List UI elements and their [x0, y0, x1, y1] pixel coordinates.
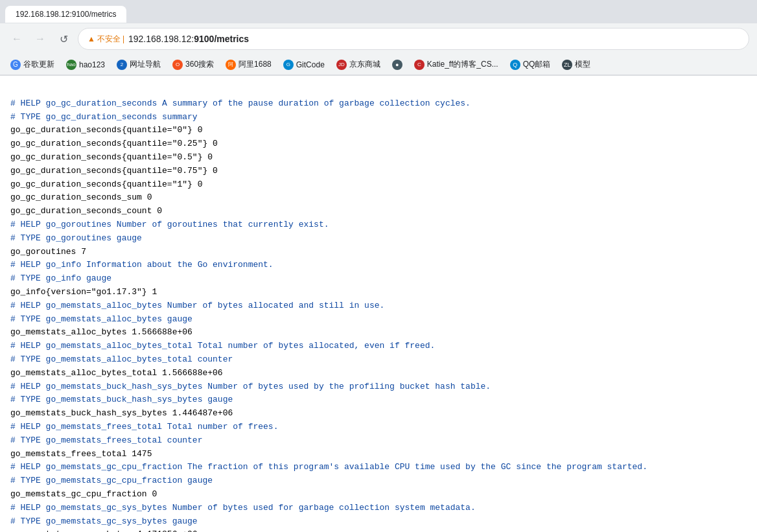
content-line-15: # HELP go_memstats_alloc_bytes Number of…	[10, 299, 747, 313]
content-line-30: # HELP go_memstats_gc_sys_bytes Number o…	[10, 502, 747, 515]
bookmark-label-0: 谷歌更新	[23, 59, 54, 70]
security-label: 不安全	[97, 34, 121, 45]
reload-button[interactable]: ↺	[54, 30, 73, 48]
content-line-8: go_gc_duration_seconds_count 0	[10, 205, 747, 218]
content-line-10: # TYPE go_goroutines gauge	[10, 232, 747, 246]
content-line-17: go_memstats_alloc_bytes 1.566688e+06	[10, 326, 747, 340]
content-line-28: # TYPE go_memstats_gc_cpu_fraction gauge	[10, 474, 747, 488]
bookmark-icon-5: G	[283, 60, 294, 70]
bookmark-item-3[interactable]: O360搜索	[167, 57, 219, 72]
content-line-3: go_gc_duration_seconds{quantile="0.25"} …	[10, 137, 747, 151]
content-line-21: # HELP go_memstats_buck_hash_sys_bytes N…	[10, 380, 747, 394]
metrics-content: # HELP go_gc_duration_seconds A summary …	[0, 76, 757, 532]
bookmark-item-10[interactable]: ZL模型	[557, 57, 596, 72]
bookmark-icon-3: O	[172, 60, 183, 70]
bookmark-icon-4: 阿	[226, 60, 236, 70]
bookmark-item-2[interactable]: 2网址导航	[111, 57, 166, 72]
back-button[interactable]: ←	[8, 30, 26, 48]
content-line-9: # HELP go_goroutines Number of goroutine…	[10, 218, 747, 232]
bookmark-icon-1: hao	[66, 60, 76, 70]
nav-bar: ← → ↺ ▲ 不安全 | 192.168.198.12:9100/metric…	[0, 23, 757, 54]
content-line-22: # TYPE go_memstats_buck_hash_sys_bytes g…	[10, 393, 747, 407]
content-line-6: go_gc_duration_seconds{quantile="1"} 0	[10, 178, 747, 192]
tab-bar: 192.168.198.12:9100/metrics	[0, 0, 757, 23]
bookmark-label-4: 阿里1688	[239, 59, 272, 70]
bookmark-label-6: 京东商城	[349, 59, 380, 70]
separator: |	[122, 34, 124, 43]
content-line-4: go_gc_duration_seconds{quantile="0.5"} 0	[10, 151, 747, 165]
content-line-12: # HELP go_info Information about the Go …	[10, 259, 747, 272]
bookmark-item-6[interactable]: JD京东商城	[331, 57, 386, 72]
bookmark-item-8[interactable]: CKatie_ff的博客_CS...	[409, 57, 504, 72]
active-tab[interactable]: 192.168.198.12:9100/metrics	[5, 6, 126, 23]
bookmark-item-5[interactable]: GGitCode	[278, 58, 330, 72]
bookmark-label-2: 网址导航	[130, 59, 161, 70]
url-host: 192.168.198.12:	[128, 34, 194, 44]
content-line-16: # TYPE go_memstats_alloc_bytes gauge	[10, 313, 747, 327]
bookmark-label-9: QQ邮箱	[523, 59, 551, 70]
content-line-13: # TYPE go_info gauge	[10, 272, 747, 286]
bookmarks-bar: G谷歌更新haohao1232网址导航O360搜索阿阿里1688GGitCode…	[0, 54, 757, 75]
content-line-27: # HELP go_memstats_gc_cpu_fraction The f…	[10, 461, 747, 474]
bookmark-item-9[interactable]: QQQ邮箱	[505, 57, 556, 72]
bookmark-icon-0: G	[10, 60, 21, 70]
content-line-24: # HELP go_memstats_frees_total Total num…	[10, 421, 747, 434]
bookmark-item-7[interactable]: ●	[387, 58, 408, 72]
content-line-1: # TYPE go_gc_duration_seconds summary	[10, 111, 747, 124]
address-bar[interactable]: ▲ 不安全 | 192.168.198.12:9100/metrics	[78, 28, 749, 50]
content-line-26: go_memstats_frees_total 1475	[10, 448, 747, 461]
browser-chrome: 192.168.198.12:9100/metrics ← → ↺ ▲ 不安全 …	[0, 0, 757, 76]
bookmark-item-1[interactable]: haohao123	[61, 58, 110, 72]
bookmark-label-1: hao123	[79, 60, 105, 69]
bookmark-label-10: 模型	[575, 59, 590, 70]
content-line-11: go_goroutines 7	[10, 246, 747, 259]
content-line-2: go_gc_duration_seconds{quantile="0"} 0	[10, 124, 747, 137]
forward-button[interactable]: →	[31, 30, 49, 48]
content-line-19: # TYPE go_memstats_alloc_bytes_total cou…	[10, 353, 747, 367]
warning-icon: ▲	[87, 34, 95, 43]
content-line-14: go_info{version="go1.17.3"} 1	[10, 286, 747, 299]
content-line-5: go_gc_duration_seconds{quantile="0.75"} …	[10, 165, 747, 178]
url-display: 192.168.198.12:9100/metrics	[128, 34, 249, 44]
bookmark-item-4[interactable]: 阿阿里1688	[220, 57, 277, 72]
security-warning: ▲ 不安全 |	[87, 34, 124, 45]
content-line-0: # HELP go_gc_duration_seconds A summary …	[10, 97, 747, 111]
content-line-31: # TYPE go_memstats_gc_sys_bytes gauge	[10, 515, 747, 529]
bookmark-icon-2: 2	[117, 60, 127, 70]
content-line-23: go_memstats_buck_hash_sys_bytes 1.446487…	[10, 407, 747, 421]
content-line-18: # HELP go_memstats_alloc_bytes_total Tot…	[10, 340, 747, 353]
content-line-7: go_gc_duration_seconds_sum 0	[10, 191, 747, 205]
bookmark-icon-9: Q	[510, 60, 520, 70]
content-line-20: go_memstats_alloc_bytes_total 1.566688e+…	[10, 367, 747, 380]
bookmark-item-0[interactable]: G谷歌更新	[5, 57, 60, 72]
bookmark-label-8: Katie_ff的博客_CS...	[427, 59, 498, 70]
bookmark-icon-6: JD	[336, 60, 347, 70]
bookmark-icon-8: C	[414, 60, 425, 70]
content-line-25: # TYPE go_memstats_frees_total counter	[10, 434, 747, 448]
content-line-29: go_memstats_gc_cpu_fraction 0	[10, 488, 747, 502]
bookmark-label-5: GitCode	[296, 60, 325, 69]
bookmark-label-3: 360搜索	[185, 59, 214, 70]
bookmark-icon-10: ZL	[562, 60, 572, 70]
url-path: 9100/metrics	[194, 34, 249, 44]
content-line-32: go_memstats_gc_sys_bytes 4.171856e+06	[10, 528, 747, 532]
bookmark-icon-7: ●	[392, 60, 402, 70]
